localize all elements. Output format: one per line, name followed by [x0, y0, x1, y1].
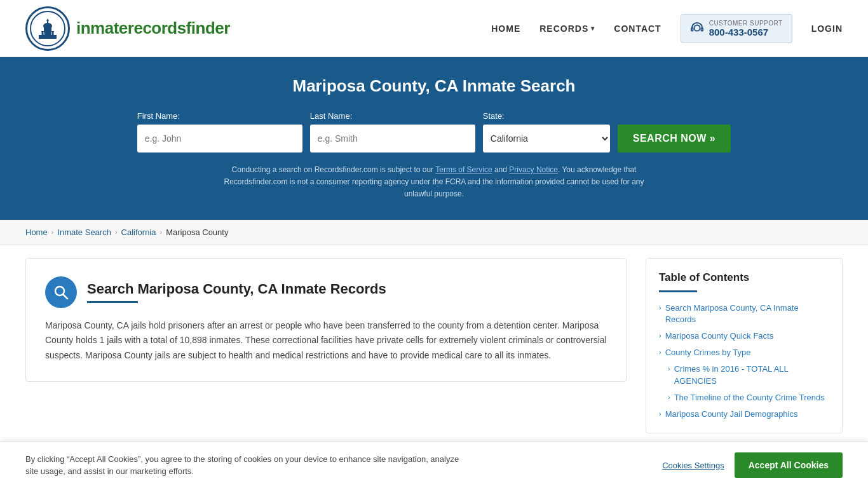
toc-link-1[interactable]: Search Mariposa County, CA Inmate Record…: [665, 302, 829, 325]
chevron-down-icon: ▾: [591, 25, 595, 32]
svg-rect-9: [51, 32, 52, 35]
title-block: Search Mariposa County, CA Inmate Record…: [87, 281, 386, 303]
title-underline: [87, 301, 138, 303]
logo-text: inmaterecordsfinder: [76, 18, 230, 38]
breadcrumb-california[interactable]: California: [121, 227, 156, 237]
toc-chevron-4: ›: [668, 365, 670, 372]
breadcrumb-home[interactable]: Home: [25, 227, 48, 237]
content-body: Mariposa County, CA jails hold prisoners…: [45, 318, 607, 363]
toc-chevron-5: ›: [668, 393, 670, 401]
last-name-group: Last Name:: [310, 111, 475, 152]
first-name-group: First Name:: [137, 111, 302, 152]
breadcrumb-sep-3: ›: [160, 228, 163, 236]
toc-item-5: › The Timeline of the County Crime Trend…: [668, 392, 829, 403]
svg-rect-8: [43, 32, 44, 35]
svg-rect-13: [701, 28, 703, 31]
toc-link-6[interactable]: Mariposa County Jail Demographics: [665, 409, 798, 420]
hero-title: Mariposa County, CA Inmate Search: [25, 76, 843, 96]
logo-area: inmaterecordsfinder: [25, 6, 230, 51]
toc-link-4[interactable]: Crimes % in 2016 - TOTAL ALL AGENCIES: [674, 363, 829, 386]
support-number: 800-433-0567: [709, 27, 768, 37]
svg-rect-7: [41, 32, 42, 35]
state-label: State:: [483, 111, 505, 121]
breadcrumb-sep-2: ›: [115, 228, 118, 236]
breadcrumb-current: Mariposa County: [166, 227, 228, 237]
toc-card: Table of Contents › Search Mariposa Coun…: [646, 258, 843, 434]
svg-line-15: [63, 294, 67, 299]
breadcrumb: Home › Inmate Search › California › Mari…: [0, 220, 868, 245]
content-title: Search Mariposa County, CA Inmate Record…: [87, 281, 386, 297]
content-header: Search Mariposa County, CA Inmate Record…: [45, 276, 607, 308]
hero-section: Mariposa County, CA Inmate Search First …: [0, 57, 868, 220]
capitol-svg: [30, 11, 65, 46]
toc-link-5[interactable]: The Timeline of the County Crime Trends: [674, 392, 825, 403]
support-label: CUSTOMER SUPPORT: [709, 20, 783, 27]
customer-support: CUSTOMER SUPPORT 800-433-0567: [681, 14, 792, 43]
nav-home[interactable]: HOME: [491, 24, 520, 34]
toc-item-1: › Search Mariposa County, CA Inmate Reco…: [659, 302, 829, 325]
main-nav: HOME RECORDS ▾ CONTACT CUSTOMER SUPPORT …: [491, 14, 843, 43]
logo-icon: [25, 6, 70, 51]
search-icon: [53, 284, 69, 301]
svg-rect-10: [53, 32, 55, 35]
state-group: State: California Alabama Alaska Arizona: [483, 111, 610, 152]
content-area: Search Mariposa County, CA Inmate Record…: [25, 258, 627, 382]
site-header: inmaterecordsfinder HOME RECORDS ▾ CONTA…: [0, 0, 868, 57]
privacy-link[interactable]: Privacy Notice: [509, 165, 558, 174]
svg-rect-12: [691, 28, 693, 31]
nav-login[interactable]: LOGIN: [811, 24, 843, 34]
toc-divider: [659, 290, 697, 292]
support-text: CUSTOMER SUPPORT 800-433-0567: [709, 20, 783, 37]
toc-list: › Search Mariposa County, CA Inmate Reco…: [659, 302, 829, 421]
search-circle-icon: [45, 276, 77, 308]
search-form: First Name: Last Name: State: California…: [25, 111, 843, 152]
search-button[interactable]: SEARCH NOW »: [618, 125, 731, 152]
breadcrumb-sep-1: ›: [51, 228, 54, 236]
first-name-label: First Name:: [137, 111, 180, 121]
toc-item-2: › Mariposa County Quick Facts: [659, 330, 829, 342]
main-content: Search Mariposa County, CA Inmate Record…: [0, 245, 868, 447]
toc-item-3: › County Crimes by Type: [659, 347, 829, 358]
toc-link-3[interactable]: County Crimes by Type: [665, 347, 751, 358]
breadcrumb-inmate-search[interactable]: Inmate Search: [57, 227, 111, 237]
cookie-banner: By clicking “Accept All Cookies”, you ag…: [0, 442, 868, 446]
toc-chevron-3: ›: [659, 348, 661, 356]
svg-point-11: [694, 25, 700, 30]
first-name-input[interactable]: [137, 125, 302, 152]
toc-item-4: › Crimes % in 2016 - TOTAL ALL AGENCIES: [668, 363, 829, 386]
last-name-input[interactable]: [310, 125, 475, 152]
state-select[interactable]: California Alabama Alaska Arizona: [483, 125, 610, 152]
toc-chevron-6: ›: [659, 410, 661, 417]
content-card: Search Mariposa County, CA Inmate Record…: [25, 258, 627, 382]
nav-records[interactable]: RECORDS ▾: [539, 24, 595, 34]
toc-chevron-1: ›: [659, 304, 661, 311]
toc-link-2[interactable]: Mariposa County Quick Facts: [665, 330, 774, 342]
hero-disclaimer: Conducting a search on Recordsfinder.com…: [212, 164, 656, 201]
last-name-label: Last Name:: [310, 111, 352, 121]
toc-chevron-2: ›: [659, 332, 661, 339]
terms-link[interactable]: Terms of Service: [435, 165, 492, 174]
sidebar: Table of Contents › Search Mariposa Coun…: [646, 258, 843, 434]
headset-icon: [690, 22, 704, 36]
toc-item-6: › Mariposa County Jail Demographics: [659, 409, 829, 420]
nav-contact[interactable]: CONTACT: [614, 24, 661, 34]
toc-title: Table of Contents: [659, 271, 829, 284]
